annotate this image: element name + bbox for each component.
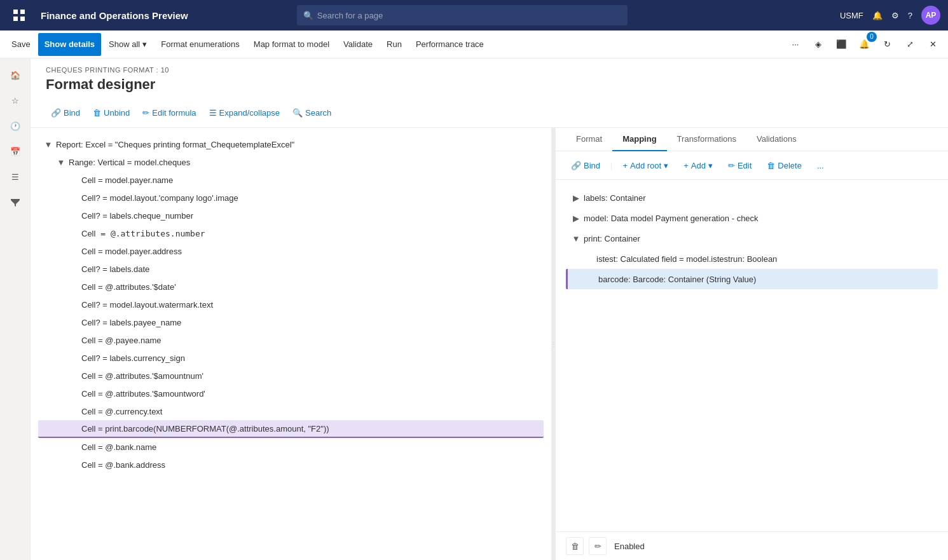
bind-button[interactable]: 🔗 Bind xyxy=(46,103,85,122)
format-tree-item-cell5[interactable]: Cell = model.payer.address xyxy=(38,242,544,260)
region-label: USMF xyxy=(840,11,863,20)
status-edit-button[interactable]: ✏ xyxy=(589,537,607,555)
format-tree-item-cell10[interactable]: Cell = @.payee.name xyxy=(38,331,544,349)
bell-icon[interactable]: 🔔 xyxy=(872,11,883,20)
tree-label-cell8: Cell? = model.layout.watermark.text xyxy=(81,300,213,310)
search-button[interactable]: 🔍 Search xyxy=(287,103,336,122)
validate-button[interactable]: Validate xyxy=(337,33,379,56)
format-tree-item-cell16[interactable]: Cell = @.bank.name xyxy=(38,438,544,456)
add-root-button[interactable]: + Add root ▾ xyxy=(617,156,673,174)
tree-toggle-cell14 xyxy=(69,406,79,416)
tree-label-cell12: Cell = @.attributes.'$amountnum' xyxy=(81,371,203,381)
mapping-toggle-labels: ▶ xyxy=(571,193,581,203)
format-tree-item-range[interactable]: ▼ Range: Vertical = model.cheques xyxy=(38,153,544,171)
main-layout: 🏠 ☆ 🕐 📅 ☰ CHEQUES PRINTING FORMAT : 10 F… xyxy=(0,58,948,560)
tree-toggle-cell4 xyxy=(69,228,79,238)
mapping-item-istest[interactable]: istest: Calculated field = model.istestr… xyxy=(566,249,938,269)
sidebar-calendar-icon[interactable]: 📅 xyxy=(4,140,27,163)
right-bind-button[interactable]: 🔗 Bind xyxy=(566,156,605,174)
app-grid-icon[interactable] xyxy=(8,4,31,27)
format-tree-item-cell12[interactable]: Cell = @.attributes.'$amountnum' xyxy=(38,367,544,385)
mapping-tabs: FormatMappingTransformationsValidations xyxy=(556,128,948,151)
more-options-button[interactable]: ··· xyxy=(785,34,806,55)
tree-toggle-cell16 xyxy=(69,442,79,452)
mapping-item-print[interactable]: ▼ print: Container xyxy=(566,228,938,249)
format-tree-item-cell6[interactable]: Cell? = labels.date xyxy=(38,260,544,278)
global-search[interactable]: 🔍 Search for a page xyxy=(297,5,628,25)
unlink-icon: 🗑 xyxy=(93,108,101,118)
mapping-item-labels[interactable]: ▶ labels: Container xyxy=(566,188,938,208)
tree-toggle-cell6 xyxy=(69,264,79,274)
format-tree-item-cell13[interactable]: Cell = @.attributes.'$amountword' xyxy=(38,385,544,402)
sidebar-star-icon[interactable]: ☆ xyxy=(4,89,27,112)
help-icon[interactable]: ? xyxy=(908,11,912,20)
show-all-button[interactable]: Show all ▾ xyxy=(102,33,153,56)
edit-formula-button[interactable]: ✏ Edit formula xyxy=(137,103,201,122)
tree-toggle-cell12 xyxy=(69,371,79,381)
performance-trace-button[interactable]: Performance trace xyxy=(409,33,490,56)
format-tree-item-root[interactable]: ▼ Report: Excel = "Cheques printing form… xyxy=(38,135,544,153)
map-format-to-model-button[interactable]: Map format to model xyxy=(247,33,336,56)
format-tree-item-cell9[interactable]: Cell? = labels.payee_name xyxy=(38,313,544,331)
mapping-label-istest: istest: Calculated field = model.istestr… xyxy=(596,254,777,264)
format-tree-item-cell17[interactable]: Cell = @.bank.address xyxy=(38,456,544,474)
sidebar-clock-icon[interactable]: 🕐 xyxy=(4,114,27,137)
tree-toggle-cell1 xyxy=(69,175,79,185)
format-tree-item-cell15[interactable]: Cell = print.barcode(NUMBERFORMAT(@.attr… xyxy=(38,420,544,438)
add-button[interactable]: + Add ▾ xyxy=(678,156,718,174)
format-tree-item-cell11[interactable]: Cell? = labels.currency_sign xyxy=(38,349,544,367)
format-tree: ▼ Report: Excel = "Cheques printing form… xyxy=(31,135,551,474)
breadcrumb: CHEQUES PRINTING FORMAT : 10 xyxy=(31,58,948,76)
show-details-button[interactable]: Show details xyxy=(38,33,101,56)
avatar[interactable]: AP xyxy=(921,6,940,25)
expand-collapse-button[interactable]: ☰ Expand/collapse xyxy=(204,103,285,122)
mapping-item-barcode[interactable]: barcode: Barcode: Container (String Valu… xyxy=(566,269,938,289)
format-tree-item-cell8[interactable]: Cell? = model.layout.watermark.text xyxy=(38,296,544,313)
sidebar-filter-icon[interactable] xyxy=(4,191,27,214)
tree-toggle-cell3 xyxy=(69,210,79,221)
unbind-button[interactable]: 🗑 Unbind xyxy=(88,103,135,122)
panel-toggle-button[interactable]: ⬛ xyxy=(831,34,851,55)
tree-toggle-range: ▼ xyxy=(56,157,66,167)
mapping-label-print: print: Container xyxy=(584,234,640,243)
mapping-item-model[interactable]: ▶ model: Data model Payment generation -… xyxy=(566,208,938,228)
right-edit-button[interactable]: ✏ Edit xyxy=(723,156,757,174)
open-new-window-button[interactable]: ⤢ xyxy=(900,34,920,55)
gear-icon[interactable]: ⚙ xyxy=(891,11,899,20)
format-tree-item-cell4[interactable]: Cell = @.attributes.number xyxy=(38,224,544,242)
app-title: Finance and Operations Preview xyxy=(41,10,188,21)
format-enumerations-button[interactable]: Format enumerations xyxy=(155,33,246,56)
tree-label-cell4: Cell = @.attributes.number xyxy=(81,229,205,238)
chevron-down-icon: ▾ xyxy=(142,39,147,49)
svg-rect-3 xyxy=(20,17,25,21)
save-button[interactable]: Save xyxy=(5,33,37,56)
format-tree-item-cell1[interactable]: Cell = model.payer.name xyxy=(38,171,544,189)
diamond-icon-button[interactable]: ◈ xyxy=(808,34,828,55)
tree-toggle-cell5 xyxy=(69,246,79,256)
sidebar-list-icon[interactable]: ☰ xyxy=(4,165,27,188)
notification-badge: 0 xyxy=(867,32,877,42)
format-tree-item-cell7[interactable]: Cell = @.attributes.'$date' xyxy=(38,278,544,296)
tree-label-cell7: Cell = @.attributes.'$date' xyxy=(81,282,176,292)
tree-label-range: Range: Vertical = model.cheques xyxy=(69,158,190,167)
more-button[interactable]: ... xyxy=(812,156,829,174)
status-delete-button[interactable]: 🗑 xyxy=(566,537,584,555)
sidebar-home-icon[interactable]: 🏠 xyxy=(4,64,27,86)
link-icon: 🔗 xyxy=(571,161,581,170)
refresh-button[interactable]: ↻ xyxy=(877,34,897,55)
format-tree-item-cell14[interactable]: Cell = @.currency.text xyxy=(38,402,544,420)
tab-transformations[interactable]: Transformations xyxy=(667,128,746,151)
run-button[interactable]: Run xyxy=(380,33,408,56)
tree-toggle-cell8 xyxy=(69,299,79,310)
close-button[interactable]: ✕ xyxy=(923,34,943,55)
mapping-toggle-model: ▶ xyxy=(571,214,581,223)
tab-validations[interactable]: Validations xyxy=(746,128,807,151)
tab-format[interactable]: Format xyxy=(566,128,612,151)
right-delete-button[interactable]: 🗑 Delete xyxy=(762,156,807,174)
format-tree-item-cell2[interactable]: Cell? = model.layout.'company logo'.imag… xyxy=(38,189,544,207)
tree-toggle-cell13 xyxy=(69,388,79,399)
tree-label-cell2: Cell? = model.layout.'company logo'.imag… xyxy=(81,193,238,203)
format-tree-item-cell3[interactable]: Cell? = labels.cheque_number xyxy=(38,207,544,224)
link-icon: 🔗 xyxy=(51,108,61,118)
tab-mapping[interactable]: Mapping xyxy=(612,128,666,151)
